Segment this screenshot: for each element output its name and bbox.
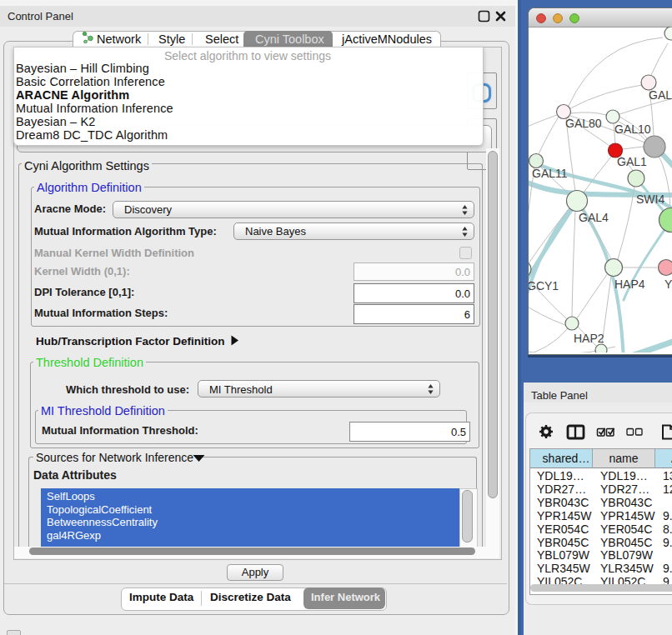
svg-text:GAL4: GAL4: [579, 211, 609, 224]
svg-text:GAL11: GAL11: [532, 167, 568, 180]
svg-text:GAL80: GAL80: [565, 117, 602, 130]
svg-text:SWI4: SWI4: [636, 192, 664, 206]
svg-text:HAP4: HAP4: [614, 278, 645, 291]
svg-text:Y: Y: [664, 278, 672, 291]
svg-text:HAP2: HAP2: [574, 332, 604, 345]
svg-text:GAL1: GAL1: [617, 155, 647, 168]
svg-text:GAL10: GAL10: [614, 122, 651, 136]
svg-text:GAL7: GAL7: [649, 88, 672, 102]
svg-text:GCY1: GCY1: [529, 279, 559, 292]
